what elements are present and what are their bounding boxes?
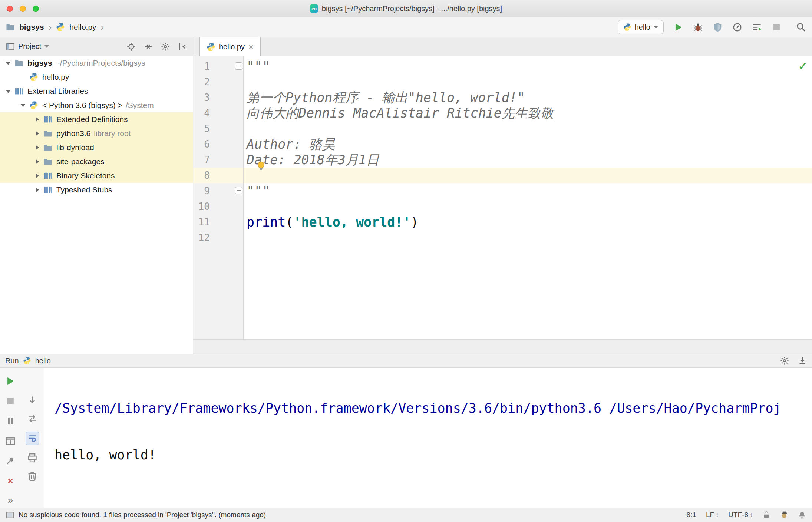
gutter-cell[interactable]: 8 xyxy=(193,168,243,183)
tree-item-label: Typeshed Stubs xyxy=(56,185,112,194)
encoding-widget[interactable]: UTF-8↕ xyxy=(728,511,753,519)
gutter-cell[interactable]: 6 xyxy=(193,136,243,152)
gutter-cell[interactable]: 12 xyxy=(193,230,243,245)
hide-panel-icon[interactable] xyxy=(178,42,187,51)
gutter-cell[interactable]: 10 xyxy=(193,199,243,214)
code-line[interactable]: 5 xyxy=(193,121,812,136)
expanded-arrow-icon[interactable] xyxy=(6,62,11,65)
run-button[interactable] xyxy=(673,22,683,32)
more-actions-icon[interactable]: » xyxy=(8,495,13,505)
coverage-button[interactable] xyxy=(713,22,723,32)
tree-item-binary-skeletons[interactable]: Binary Skeletons xyxy=(0,169,193,183)
run-config-name[interactable]: hello xyxy=(35,357,51,365)
line-number: 3 xyxy=(204,92,210,103)
fold-marker-icon[interactable] xyxy=(235,62,242,70)
close-window-button[interactable] xyxy=(7,6,13,12)
scroll-from-source-icon[interactable] xyxy=(127,42,136,51)
collapse-all-icon[interactable] xyxy=(144,42,153,51)
scroll-to-end-icon[interactable] xyxy=(798,356,807,365)
debug-button[interactable] xyxy=(693,22,703,32)
close-panel-button[interactable]: × xyxy=(7,476,13,486)
gutter-cell[interactable]: 1 xyxy=(193,59,243,74)
down-stack-trace-button[interactable] xyxy=(27,395,37,406)
run-panel-title[interactable]: Run xyxy=(5,357,19,365)
zoom-window-button[interactable] xyxy=(33,6,39,12)
intention-lightbulb-icon[interactable] xyxy=(255,161,267,172)
collapsed-arrow-icon[interactable] xyxy=(36,173,39,178)
restore-layout-button[interactable] xyxy=(5,436,16,446)
editor-tab-hello-py[interactable]: hello.py × xyxy=(199,37,261,56)
collapsed-arrow-icon[interactable] xyxy=(36,117,39,122)
tree-item-extended-definitions[interactable]: Extended Definitions xyxy=(0,112,193,126)
code-line[interactable]: 12 xyxy=(193,230,812,245)
gutter-cell[interactable]: 3 xyxy=(193,90,243,105)
code-line[interactable]: 10 xyxy=(193,199,812,214)
gutter-cell[interactable]: 11 xyxy=(193,214,243,230)
background-tasks-icon[interactable] xyxy=(6,511,14,519)
pin-tab-button[interactable] xyxy=(5,456,16,466)
tree-item-bigsys-root[interactable]: bigsys ~/PycharmProjects/bigsys xyxy=(0,56,193,70)
caret-position-widget[interactable]: 8:1 xyxy=(687,511,696,519)
collapsed-arrow-icon[interactable] xyxy=(36,159,39,164)
close-tab-icon[interactable]: × xyxy=(248,43,254,52)
run-with-console-button[interactable] xyxy=(752,22,762,32)
settings-gear-icon[interactable] xyxy=(780,356,789,365)
code-line[interactable]: 4 向伟大的Dennis MacAlistair Ritchie先生致敬 xyxy=(193,105,812,121)
code-line-current[interactable]: 8 xyxy=(193,168,812,183)
chevron-right-icon: › xyxy=(49,22,52,32)
settings-gear-icon[interactable] xyxy=(161,42,170,51)
lock-icon[interactable] xyxy=(762,511,770,519)
breadcrumb-project[interactable]: bigsys xyxy=(19,23,44,32)
tree-item-site-packages[interactable]: site-packages xyxy=(0,155,193,169)
code-editor[interactable]: 1 """ 2 3 第一个Python程序 - 输出"hello, world!… xyxy=(193,56,812,339)
rerun-button[interactable] xyxy=(5,376,16,386)
breadcrumb-file[interactable]: hello.py xyxy=(69,23,96,32)
tree-item-python-sdk[interactable]: < Python 3.6 (bigsys) > /System xyxy=(0,98,193,112)
notifications-bell-icon[interactable] xyxy=(798,511,806,519)
gutter-cell[interactable]: 2 xyxy=(193,74,243,90)
tree-item-hello-py[interactable]: hello.py xyxy=(0,70,193,84)
search-everywhere-button[interactable] xyxy=(796,22,806,32)
project-panel-title[interactable]: Project xyxy=(18,42,41,51)
chevron-down-icon[interactable] xyxy=(44,45,49,48)
gutter-cell[interactable]: 4 xyxy=(193,105,243,121)
swap-arrows-button[interactable] xyxy=(27,413,37,424)
stop-button[interactable] xyxy=(772,22,782,32)
hector-inspection-icon[interactable] xyxy=(780,511,788,519)
expanded-arrow-icon[interactable] xyxy=(6,90,11,93)
inspection-ok-icon[interactable]: ✓ xyxy=(798,60,808,73)
tree-item-external-libraries[interactable]: External Libraries xyxy=(0,84,193,98)
print-button[interactable] xyxy=(27,453,37,463)
status-message[interactable]: No suspicious code found. 1 files proces… xyxy=(19,511,266,519)
stop-button[interactable] xyxy=(5,396,16,406)
python-file-icon xyxy=(56,23,65,32)
collapsed-arrow-icon[interactable] xyxy=(36,131,39,136)
code-line[interactable]: 7 Date: 2018年3月1日 xyxy=(193,152,812,168)
code-line-print[interactable]: 11 print('hello, world!') xyxy=(193,214,812,230)
fold-marker-icon[interactable] xyxy=(235,187,242,194)
gutter-cell[interactable]: 7 xyxy=(193,152,243,168)
collapsed-arrow-icon[interactable] xyxy=(36,187,39,192)
pause-output-button[interactable] xyxy=(5,416,16,426)
tree-item-lib-dynload[interactable]: lib-dynload xyxy=(0,141,193,155)
gutter-cell[interactable]: 9 xyxy=(193,183,243,199)
tree-item-typeshed-stubs[interactable]: Typeshed Stubs xyxy=(0,183,193,197)
tree-item-python36-library-root[interactable]: python3.6 library root xyxy=(0,126,193,141)
line-separator-widget[interactable]: LF↕ xyxy=(706,511,719,519)
code-line[interactable]: 1 """ xyxy=(193,59,812,74)
code-line[interactable]: 3 第一个Python程序 - 输出"hello, world!" xyxy=(193,90,812,105)
code-line[interactable]: 6 Author: 骆昊 xyxy=(193,136,812,152)
clear-console-button[interactable] xyxy=(27,471,37,481)
gutter-cell[interactable]: 5 xyxy=(193,121,243,136)
code-line[interactable]: 9 """ xyxy=(193,183,812,199)
expanded-arrow-icon[interactable] xyxy=(20,104,26,107)
soft-wrap-toggle[interactable] xyxy=(26,432,39,445)
minimize-window-button[interactable] xyxy=(20,6,26,12)
run-configuration-selector[interactable]: hello xyxy=(618,20,664,34)
tree-item-path: /System xyxy=(126,101,154,110)
code-line[interactable]: 2 xyxy=(193,74,812,90)
collapsed-arrow-icon[interactable] xyxy=(36,145,39,150)
panel-splitter[interactable] xyxy=(193,37,193,354)
run-console[interactable]: /System/Library/Frameworks/Python.framew… xyxy=(44,368,812,508)
profiler-button[interactable] xyxy=(732,22,742,32)
